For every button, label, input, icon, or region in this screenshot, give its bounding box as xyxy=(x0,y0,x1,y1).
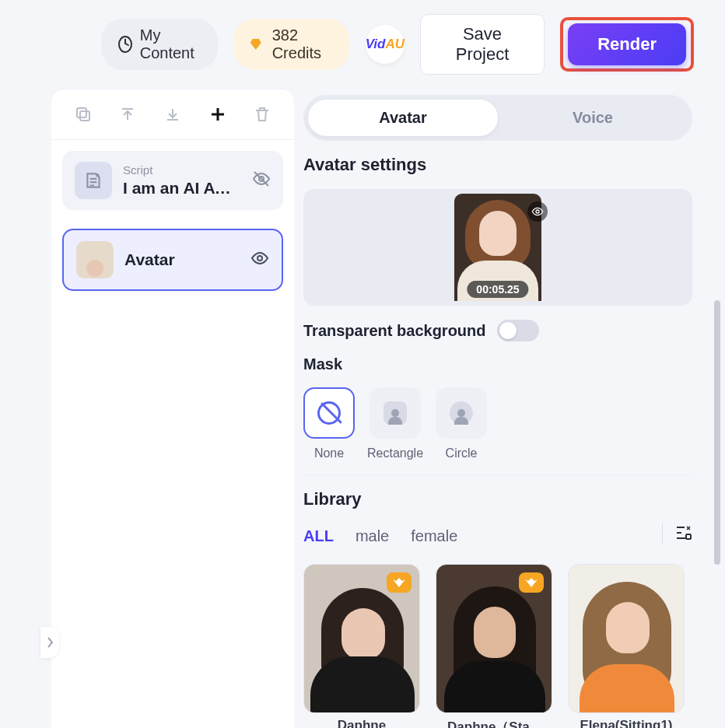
brand-text: VidAU xyxy=(366,37,405,52)
move-down-icon[interactable] xyxy=(162,103,184,125)
filter-settings-icon[interactable] xyxy=(674,523,692,545)
premium-badge-icon xyxy=(387,572,412,593)
svg-rect-1 xyxy=(80,111,89,121)
avatar-card-image xyxy=(568,564,685,713)
preview-duration: 00:05.25 xyxy=(467,281,528,298)
diamond-icon xyxy=(250,39,261,50)
avatar-card-elena[interactable]: Elena(Sitting1) xyxy=(568,564,685,728)
mask-title: Mask xyxy=(303,355,692,373)
layers-sidebar: Script I am an AI Av… Avatar xyxy=(51,89,294,728)
mask-option-rectangle[interactable]: Rectangle xyxy=(367,387,423,460)
transparent-bg-toggle[interactable] xyxy=(497,320,539,341)
script-label: Script xyxy=(123,163,241,178)
credits-pill[interactable]: 382 Credits xyxy=(233,19,350,70)
svg-rect-6 xyxy=(686,534,691,539)
avatar-card-daphne-sta[interactable]: Daphne（Sta... xyxy=(436,564,552,728)
avatar-card-name: Daphne（Sta... xyxy=(447,718,541,728)
collapse-sidebar-button[interactable] xyxy=(40,627,59,658)
avatar-card-name: Daphne xyxy=(338,718,386,728)
add-layer-icon[interactable] xyxy=(207,103,229,125)
avatar-thumb xyxy=(76,241,114,278)
avatar-voice-segment: Avatar Voice xyxy=(303,95,692,141)
render-highlight: Render xyxy=(560,17,694,72)
avatar-preview[interactable]: 00:05.25 xyxy=(303,189,692,306)
script-icon xyxy=(75,162,112,199)
my-content-label: My Content xyxy=(140,26,201,62)
clock-icon xyxy=(118,36,132,53)
render-button[interactable]: Render xyxy=(568,23,686,65)
duplicate-icon[interactable] xyxy=(72,103,94,125)
tab-voice[interactable]: Voice xyxy=(498,100,688,136)
brand-logo[interactable]: VidAU xyxy=(366,25,405,64)
settings-panel: Avatar Voice Avatar settings 00:05.25 Tr… xyxy=(303,89,711,728)
svg-point-5 xyxy=(536,210,539,213)
top-bar: My Content 382 Credits VidAU Save Projec… xyxy=(0,0,725,89)
sidebar-toolbar xyxy=(51,89,294,140)
avatar-card-name: Elena(Sitting1) xyxy=(580,718,672,728)
avatar-card-image xyxy=(436,564,552,713)
my-content-button[interactable]: My Content xyxy=(101,19,218,70)
premium-badge-icon xyxy=(519,572,544,593)
svg-point-2 xyxy=(96,174,98,176)
preview-visibility-icon[interactable] xyxy=(527,201,548,222)
rectangle-icon xyxy=(384,401,407,425)
move-up-icon[interactable] xyxy=(117,103,138,125)
transparent-bg-label: Transparent background xyxy=(303,322,486,340)
svg-rect-0 xyxy=(77,108,86,117)
library-cards: Daphne Daphne（Sta... Elena(Sitting1) xyxy=(303,564,692,728)
mask-rect-label: Rectangle xyxy=(367,446,423,460)
library-title: Library xyxy=(303,489,692,509)
mask-circle-label: Circle xyxy=(446,446,478,460)
visibility-off-icon[interactable] xyxy=(252,170,271,191)
mask-none-label: None xyxy=(314,446,344,460)
none-icon xyxy=(317,401,341,425)
mask-option-none[interactable]: None xyxy=(303,387,355,460)
save-project-button[interactable]: Save Project xyxy=(420,14,545,75)
mask-options: None Rectangle Circle xyxy=(303,387,692,460)
filter-female[interactable]: female xyxy=(411,527,457,545)
divider xyxy=(303,474,692,475)
svg-point-4 xyxy=(257,256,262,261)
visibility-on-icon[interactable] xyxy=(250,249,269,271)
layer-script[interactable]: Script I am an AI Av… xyxy=(62,151,283,210)
scrollbar[interactable] xyxy=(714,300,720,565)
avatar-card-daphne[interactable]: Daphne xyxy=(303,564,420,728)
filter-all[interactable]: ALL xyxy=(303,527,334,545)
script-text: I am an AI Av… xyxy=(123,177,236,198)
circle-icon xyxy=(450,401,473,425)
avatar-settings-title: Avatar settings xyxy=(303,155,692,175)
layer-avatar[interactable]: Avatar xyxy=(62,229,283,291)
avatar-label: Avatar xyxy=(124,249,237,270)
tab-avatar[interactable]: Avatar xyxy=(308,100,498,136)
filter-male[interactable]: male xyxy=(355,527,389,545)
library-filters: ALL male female xyxy=(303,527,457,545)
credits-label: 382 Credits xyxy=(272,26,333,62)
avatar-card-image xyxy=(303,564,420,713)
filter-divider xyxy=(662,524,663,544)
mask-option-circle[interactable]: Circle xyxy=(436,387,487,460)
delete-icon[interactable] xyxy=(251,103,273,125)
